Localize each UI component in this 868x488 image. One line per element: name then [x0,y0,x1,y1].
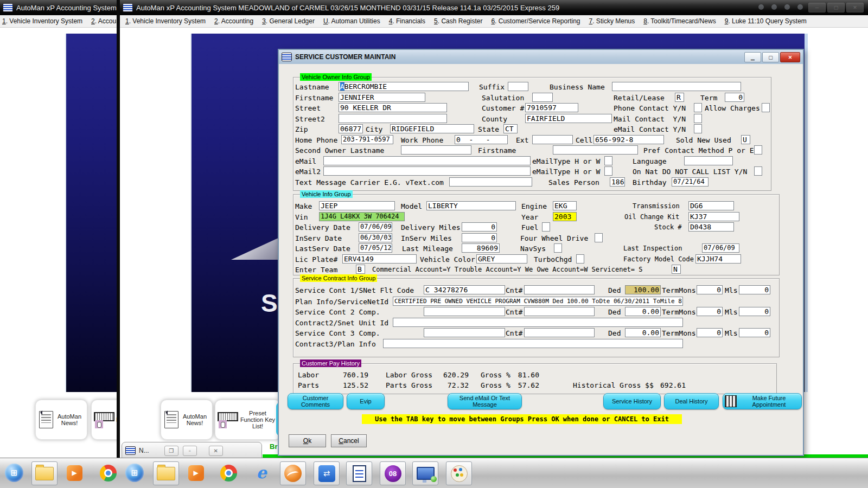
service-cont1-field[interactable]: C 34278276 [424,285,505,294]
minimize-button[interactable]: ▫ [183,446,197,456]
transmission-field[interactable]: DG6 [688,201,734,210]
file-explorer-button[interactable] [31,461,58,485]
mls1-field[interactable]: 0 [739,285,770,294]
chrome-button[interactable] [98,461,118,484]
send-email-text-button[interactable]: Send eMail Or Text Message [448,393,522,409]
file-explorer-button-2[interactable] [153,461,179,485]
termmons2-field[interactable]: 0 [697,307,723,316]
term-field[interactable]: 0 [725,93,744,102]
mls3-field[interactable]: 0 [739,328,770,337]
vin-field[interactable]: 1J4G L48KX 3W 706424 [319,212,405,221]
sales-person-field[interactable]: 186 [610,177,625,187]
service-history-button[interactable]: Service History [603,393,661,409]
menu-item-vehicle-inventory[interactable]: 1. Vehicle Inventory System [125,17,206,25]
ok-button[interactable]: Ok [289,434,326,447]
four-wheel-drive-checkbox[interactable] [595,233,603,242]
cnt3-field[interactable] [524,328,595,337]
phone-contact-checkbox[interactable] [694,103,702,112]
menu-item-vehicle-inventory[interactable]: 1. Vehicle Inventory System [2,17,82,25]
mail-contact-checkbox[interactable] [694,114,702,123]
menu-item-accounting[interactable]: 2. Accounting [214,17,253,25]
state-field[interactable]: CT [503,124,518,133]
menu-item-customer-service-reporting[interactable]: 6. Customer/Service Reporting [491,17,580,25]
ded1-field[interactable]: 100.00 [625,285,661,294]
oil-change-kit-field[interactable]: KJ37 [688,212,739,221]
minimize-button[interactable]: ▁ [744,52,761,62]
teamviewer-button[interactable]: ⇄ [314,461,340,485]
year-field[interactable]: 2003 [553,212,577,221]
restore-button[interactable]: ❐ [164,446,178,456]
close-button[interactable]: ✕ [209,446,223,456]
cell-field[interactable]: 656-992-8 [593,135,664,144]
street2-field[interactable] [339,114,447,123]
emailtype2-checkbox[interactable] [604,166,612,176]
paint-app-button[interactable] [446,461,472,485]
tile-preset-keys[interactable]: Preset Function Key List! [215,400,281,440]
menu-item-cash-register[interactable]: 5. Cash Register [434,17,482,25]
zip-field[interactable]: 06877 [339,124,363,133]
service-cont2-field[interactable] [424,307,505,316]
service-cont3-field[interactable] [424,328,505,337]
business-name-field[interactable] [612,82,741,91]
last-mileage-field[interactable]: 89609 [462,243,500,253]
ded3-field[interactable]: 0.00 [625,328,661,337]
salutation-field[interactable] [532,93,553,102]
menu-item-financials[interactable]: 4. Financials [389,17,425,25]
inserv-miles-field[interactable]: 0 [462,233,497,242]
remote-computer-button[interactable] [412,461,438,485]
email-contact-checkbox[interactable] [694,124,702,133]
contract3-plan-field[interactable] [383,339,683,348]
lastserv-date-field[interactable]: 07/05/12 [359,243,392,253]
tile-preset-keys-partial[interactable]: Preset Function Key List! [91,400,117,440]
contract2-unit-field[interactable] [393,318,683,327]
suffix-field[interactable] [508,82,528,91]
menu-item-toolkit-timecard-news[interactable]: 8. Toolkit/Timecard/News [643,17,716,25]
plan-info-field[interactable]: CERTIFIED PRE OWNED VEHICLE PROGRAM CVW8… [393,297,683,306]
ext-field[interactable] [532,135,573,144]
servicenet-field[interactable]: N [672,265,681,274]
last-inspection-field[interactable]: 07/06/09 [702,243,739,253]
street-field[interactable]: 90 KEELER DR [339,103,447,112]
menu-item-sticky-menus[interactable]: 7. Sticky Menus [589,17,635,25]
pref-contact-checkbox[interactable] [754,145,762,155]
media-player-button-2[interactable]: ▶ [186,461,206,484]
start-button-2[interactable]: ⊞ [124,461,145,484]
media-player-button[interactable]: ▶ [64,461,85,484]
delivery-miles-field[interactable]: 0 [462,222,497,232]
automan-app-button[interactable] [280,461,306,485]
ded2-field[interactable]: 0.00 [625,307,661,316]
app-08-button[interactable]: 08 [380,461,406,485]
license-plate-field[interactable]: ERV4149 [342,254,417,264]
factory-model-code-field[interactable]: KJJH74 [695,254,741,264]
minimize-button[interactable]: ─ [808,3,826,12]
vehicle-color-field[interactable]: GREY [476,254,527,264]
cnt2-field[interactable] [524,307,595,316]
model-field[interactable]: LIBERTY [426,201,516,210]
navsys-checkbox[interactable] [554,243,562,253]
menu-item-luke-query-system[interactable]: 9. Luke 11:10 Query System [725,17,807,25]
close-button[interactable]: ✕ [780,52,800,62]
make-field[interactable]: JEEP [319,201,395,210]
email2-field[interactable] [323,166,531,176]
emailtype-checkbox[interactable] [604,156,612,165]
retail-lease-field[interactable]: R [675,93,684,102]
city-field[interactable]: RIDGEFIELD [390,124,474,133]
termmons1-field[interactable]: 0 [697,285,723,294]
maximize-button[interactable]: ▢ [762,52,779,62]
sold-new-used-field[interactable]: U [741,135,750,144]
birthday-field[interactable]: 07/21/64 [672,177,709,187]
tile-automan-news[interactable]: AutoMan News! [35,400,87,440]
minimized-window-fragment[interactable]: N... ❐ ▫ ✕ [122,442,262,458]
customer-comments-button[interactable]: Customer Comments [288,393,343,409]
county-field[interactable]: FAIRFIELD [525,114,612,123]
deal-history-button[interactable]: Deal History [664,393,719,409]
tile-automan-news[interactable]: AutoMan News! [161,400,213,440]
menu-item-general-ledger[interactable]: 3. General Ledger [262,17,315,25]
maximize-button[interactable]: ▢ [827,3,845,12]
turbochgd-checkbox[interactable] [576,254,584,264]
chrome-button-2[interactable] [218,461,239,484]
inserv-date-field[interactable]: 06/30/03 [359,233,392,242]
customer-number-field[interactable]: 7910597 [525,103,578,112]
cnt1-field[interactable] [524,285,595,294]
allow-charges-checkbox[interactable] [762,103,770,112]
